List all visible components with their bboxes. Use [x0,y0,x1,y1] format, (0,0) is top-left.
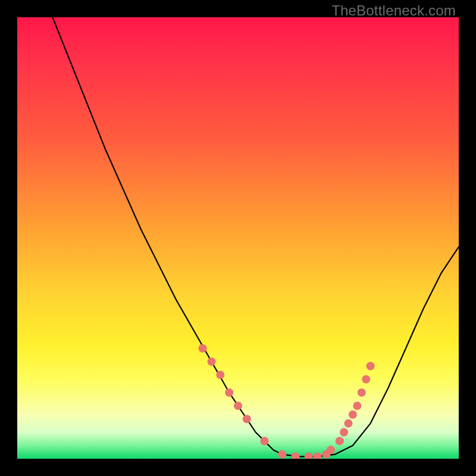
watermark-text: TheBottleneck.com [331,2,456,19]
outer-frame: TheBottleneck.com [0,0,476,476]
gradient-plot-area [17,17,459,459]
